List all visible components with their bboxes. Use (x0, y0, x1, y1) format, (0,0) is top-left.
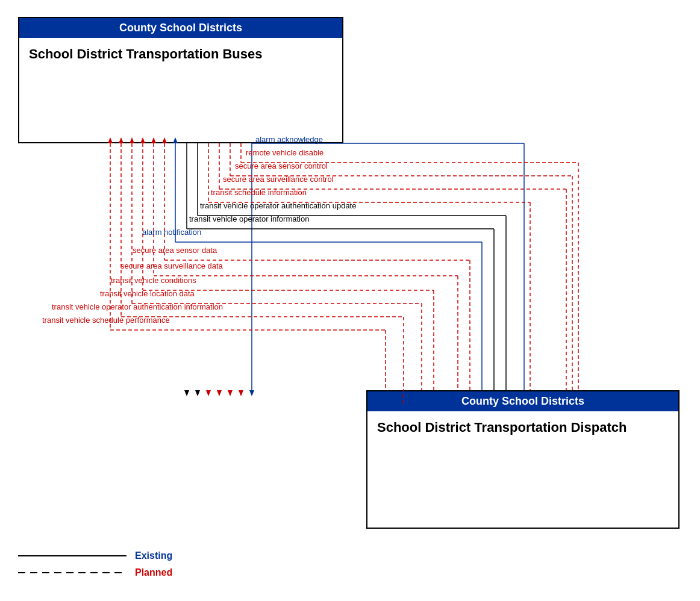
label-transit-vehicle-conditions: transit vehicle conditions (111, 276, 196, 285)
legend-existing-line (18, 555, 127, 556)
svg-marker-9 (249, 390, 254, 396)
dispatch-box: County School Districts School District … (366, 390, 680, 529)
svg-marker-29 (195, 390, 200, 396)
buses-title: School District Transportation Buses (19, 38, 342, 70)
label-transit-vehicle-location-data: transit vehicle location data (100, 289, 195, 298)
legend-existing: Existing (18, 550, 172, 561)
buses-header: County School Districts (19, 18, 342, 38)
label-secure-area-sensor-data: secure area sensor data (133, 246, 217, 255)
label-remote-vehicle-disable: remote vehicle disable (246, 148, 323, 157)
legend-planned-line (18, 572, 127, 573)
label-alarm-notification: alarm notification (142, 228, 201, 237)
label-transit-vehicle-schedule-performance: transit vehicle schedule performance (42, 316, 170, 325)
diagram-container: County School Districts School District … (0, 0, 700, 601)
svg-marker-33 (184, 390, 189, 396)
legend-planned: Planned (18, 567, 172, 578)
svg-marker-25 (206, 390, 211, 396)
legend-existing-label: Existing (135, 550, 172, 561)
label-transit-vehicle-operator-info: transit vehicle operator information (189, 214, 309, 223)
label-secure-area-sensor-control: secure area sensor control (235, 161, 328, 170)
svg-marker-21 (217, 390, 222, 396)
svg-marker-13 (239, 390, 243, 396)
legend-planned-label: Planned (135, 567, 172, 578)
label-transit-vehicle-operator-auth-info: transit vehicle operator authentication … (52, 302, 223, 311)
label-transit-schedule-information: transit schedule information (211, 188, 307, 197)
svg-marker-17 (228, 390, 233, 396)
label-alarm-acknowledge: alarm acknowledge (255, 135, 323, 144)
label-secure-area-surveillance-data: secure area surveillance data (120, 261, 223, 270)
label-secure-area-surveillance-control: secure area surveillance control (223, 175, 334, 184)
legend: Existing Planned (18, 550, 172, 578)
dispatch-title: School District Transportation Dispatch (367, 411, 678, 444)
dispatch-header: County School Districts (367, 391, 678, 411)
label-transit-vehicle-operator-auth-update: transit vehicle operator authentication … (200, 201, 356, 210)
buses-box: County School Districts School District … (18, 17, 343, 143)
